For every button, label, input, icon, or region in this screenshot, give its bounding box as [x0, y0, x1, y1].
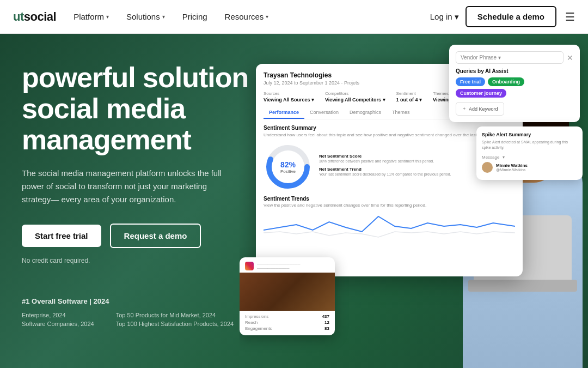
stat-reach: Reach 12 — [245, 320, 329, 325]
chevron-down-icon: ▾ — [162, 14, 165, 20]
ai-search-row: Vendor Phrase ▾ ✕ — [456, 51, 573, 64]
add-keyword-button[interactable]: ＋ Add Keyword — [456, 102, 504, 116]
request-demo-button[interactable]: Request a demo — [110, 224, 201, 248]
tab-performance[interactable]: Performance — [264, 107, 304, 119]
spike-alert-card: Spike Alert Summary Spike Alert detected… — [476, 126, 583, 180]
tab-demographics[interactable]: Demographics — [344, 107, 387, 119]
chevron-down-icon: ▾ — [106, 14, 109, 20]
hero-content: powerful solution social media managemen… — [0, 34, 272, 368]
hero-visuals: Traysan Technologies July 12, 2024 to Se… — [240, 34, 588, 368]
trends-title: Sentiment Trends — [264, 196, 515, 202]
mention-name: Minnie Watkins — [496, 163, 528, 168]
post-stats: Impressions 437 Reach 12 Engagements 83 — [240, 311, 335, 335]
plus-icon: ＋ — [462, 105, 467, 112]
hero-buttons: Start free trial Request a demo — [22, 224, 250, 248]
dropdown-row: Message ▾ — [482, 155, 577, 160]
schedule-demo-button[interactable]: Schedule a demo — [465, 6, 556, 27]
logo-brand: social — [24, 10, 56, 23]
award-item: Top 50 Products for Mid Market, 2024 Top… — [116, 311, 234, 329]
hamburger-icon[interactable]: ☰ — [565, 10, 575, 23]
logo-prefix: ut — [13, 10, 24, 23]
awards-grid: Enterprise, 2024 Software Companies, 202… — [22, 311, 250, 329]
hero-section: powerful solution social media managemen… — [0, 34, 588, 368]
awards-section: #1 Overall Software | 2024 Enterprise, 2… — [22, 297, 250, 329]
login-button[interactable]: Log in ▾ — [430, 12, 459, 22]
stat-impressions: Impressions 437 — [245, 314, 329, 319]
tab-themes[interactable]: Themes — [387, 107, 415, 119]
trends-section: Sentiment Trends View the positive and n… — [264, 196, 515, 241]
spike-title: Spike Alert Summary — [482, 132, 577, 137]
nav-platform[interactable]: Platform ▾ — [74, 12, 109, 21]
filter-competitors[interactable]: Competitors Viewing All Competitors ▾ — [325, 91, 385, 102]
donut-label: 82% Positive — [280, 160, 296, 174]
tag-onboarding[interactable]: Onboarding — [488, 77, 524, 86]
tab-conversation[interactable]: Conversation — [304, 107, 344, 119]
post-header: ──────────────── ──────────── — [240, 257, 335, 273]
sparkline-chart — [264, 211, 515, 241]
filter-sources[interactable]: Sources Viewing All Sources ▾ — [264, 91, 314, 102]
trends-desc: View the positive and negative sentiment… — [264, 203, 515, 208]
navbar-right: Log in ▾ Schedule a demo ☰ — [430, 6, 575, 27]
ai-tags: Free trial Onboarding Customer journey — [456, 77, 573, 98]
tag-free-trial[interactable]: Free trial — [456, 77, 485, 86]
spike-text: Spike Alert detected at SMAL appearing d… — [482, 140, 577, 150]
nav-solutions[interactable]: Solutions ▾ — [126, 12, 165, 21]
hero-subtitle: The social media management platform unl… — [22, 167, 229, 206]
donut-chart: 82% Positive — [264, 142, 313, 191]
instagram-icon — [245, 262, 254, 270]
chevron-down-icon: ▾ — [455, 12, 459, 22]
post-image — [240, 273, 335, 311]
award-item: Enterprise, 2024 Software Companies, 202… — [22, 311, 94, 329]
nav-pricing[interactable]: Pricing — [182, 12, 207, 21]
ai-assist-card: Vendor Phrase ▾ ✕ Queries by AI Assist F… — [449, 45, 580, 122]
navbar-left: utsocial Platform ▾ Solutions ▾ Pricing … — [13, 10, 268, 24]
no-cc-text: No credit card required. — [22, 257, 250, 264]
social-post-card: ──────────────── ──────────── Impression… — [240, 257, 335, 335]
mention-row: Minnie Watkins @Minnie.Watkins — [482, 162, 577, 173]
donut-word: Positive — [280, 169, 296, 174]
awards-title: #1 Overall Software | 2024 — [22, 297, 250, 305]
ai-label: Queries by AI Assist — [456, 68, 573, 74]
chevron-down-icon: ▾ — [266, 14, 268, 20]
mention-handle: @Minnie.Watkins — [496, 168, 528, 172]
vendor-phrase-input[interactable]: Vendor Phrase ▾ — [456, 51, 564, 64]
filter-sentiment[interactable]: Sentiment 1 out of 4 ▾ — [396, 91, 422, 102]
donut-percentage: 82% — [280, 160, 296, 169]
hero-title: powerful solution social media managemen… — [22, 62, 250, 156]
sparkline-svg — [264, 211, 515, 241]
navbar: utsocial Platform ▾ Solutions ▾ Pricing … — [0, 0, 588, 34]
free-trial-button[interactable]: Start free trial — [22, 225, 101, 247]
close-icon[interactable]: ✕ — [567, 53, 573, 62]
mention-info: Minnie Watkins @Minnie.Watkins — [496, 163, 528, 172]
post-account: ──────────────── ──────────── — [257, 262, 329, 270]
tag-customer-journey[interactable]: Customer journey — [456, 89, 506, 98]
logo[interactable]: utsocial — [13, 10, 56, 24]
nav-resources[interactable]: Resources ▾ — [225, 12, 269, 21]
stat-engagements: Engagements 83 — [245, 326, 329, 331]
mention-avatar — [482, 162, 493, 173]
